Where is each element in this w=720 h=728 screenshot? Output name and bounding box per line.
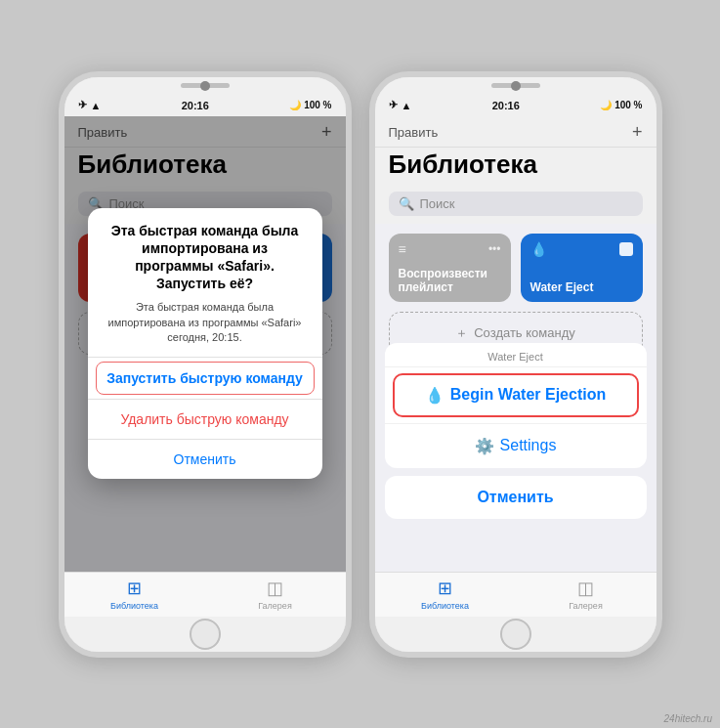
watermark: 24hitech.ru [664, 713, 712, 724]
alert-message-1: Эта быстрая команда была импортирована и… [88, 296, 322, 357]
shortcut-card-water-2[interactable]: 💧 Water Eject [521, 234, 643, 302]
alert-delete-button[interactable]: Удалить быструю команду [88, 400, 322, 439]
airplane-icon: ✈ [78, 99, 87, 111]
shortcut-title-water-2: Water Eject [530, 280, 633, 294]
moon-icon: 🌙 [289, 100, 301, 110]
phone-2: ✈ ▲ 20:16 🌙 100 % Править + Библиотека 🔍… [369, 71, 662, 658]
phone-2-top [375, 77, 656, 95]
edit-label-2[interactable]: Править [389, 125, 439, 140]
status-right-1: 🌙 100 % [289, 100, 331, 110]
page-title-2: Библиотека [375, 148, 656, 188]
phone-bottom-2 [375, 617, 656, 652]
tab-gallery-2[interactable]: ◫ Галерея [516, 578, 656, 611]
tab-label-library-2: Библиотека [421, 601, 469, 611]
search-bar-2: 🔍 Поиск [375, 188, 656, 224]
action-group-title: Water Eject [385, 343, 647, 367]
search-input-2[interactable]: 🔍 Поиск [389, 192, 643, 216]
status-left-1: ✈ ▲ [78, 99, 102, 111]
tab-library-2[interactable]: ⊞ Библиотека [375, 578, 516, 611]
status-time-2: 20:16 [492, 100, 520, 111]
tab-bar-2: ⊞ Библиотека ◫ Галерея [375, 572, 656, 617]
phone-1: ✈ ▲ 20:16 🌙 100 % Править + Библиотека 🔍… [59, 71, 352, 658]
alert-run-button[interactable]: Запустить быструю команду [96, 362, 315, 395]
gallery-icon-1: ◫ [267, 578, 283, 599]
tab-label-gallery-1: Галерея [258, 601, 292, 611]
status-bar-1: ✈ ▲ 20:16 🌙 100 % [64, 95, 346, 116]
screen-1: Править + Библиотека 🔍 Поиск ≡ ••• Воспр… [64, 116, 346, 572]
moon-icon-2: 🌙 [600, 100, 612, 110]
alert-cancel-button-1[interactable]: Отменить [88, 439, 322, 479]
tab-gallery-1[interactable]: ◫ Галерея [205, 578, 346, 611]
tab-library-1[interactable]: ⊞ Библиотека [64, 578, 205, 611]
settings-button[interactable]: ⚙️ Settings [385, 423, 647, 468]
search-icon-2: 🔍 [399, 196, 414, 211]
water-drop-icon: 💧 [425, 386, 445, 405]
library-icon-2: ⊞ [438, 578, 452, 599]
battery-1: 100 % [304, 100, 331, 110]
status-right-2: 🌙 100 % [600, 100, 642, 110]
shortcut-card-playlist-2[interactable]: ≡ ••• Воспроизвести плейлист [389, 234, 511, 302]
tab-label-library-1: Библиотека [110, 601, 158, 611]
phone-bottom-1 [64, 617, 346, 652]
alert-title-1: Эта быстрая команда была импортирована и… [88, 208, 322, 297]
home-button-2[interactable] [500, 619, 531, 650]
begin-water-ejection-button[interactable]: 💧 Begin Water Ejection [393, 373, 639, 417]
status-time-1: 20:16 [182, 100, 209, 111]
action-cancel-button[interactable]: Отменить [385, 476, 647, 519]
alert-overlay-1: Эта быстрая команда была импортирована и… [64, 116, 346, 572]
shortcut-title-playlist-2: Воспроизвести плейлист [399, 267, 501, 294]
screen-2: Править + Библиотека 🔍 Поиск ≡ ••• Воспр… [375, 116, 656, 572]
gear-icon: ⚙️ [475, 437, 494, 455]
stop-icon [619, 242, 633, 256]
wifi-icon: ▲ [91, 100, 102, 111]
wifi-icon-2: ▲ [402, 100, 412, 111]
list-icon-2: ≡ [399, 241, 406, 257]
tab-label-gallery-2: Галерея [569, 601, 603, 611]
water-icon-2: 💧 [530, 241, 547, 257]
navbar-2: Править + [375, 116, 656, 148]
airplane-icon-2: ✈ [389, 99, 398, 111]
battery-2: 100 % [614, 100, 642, 110]
gallery-icon-2: ◫ [577, 578, 594, 599]
camera-lens [200, 81, 210, 91]
action-sheet-2: Water Eject 💧 Begin Water Ejection ⚙️ Se… [375, 335, 656, 527]
phone-1-top [64, 77, 346, 95]
home-button-1[interactable] [190, 619, 221, 650]
library-icon-1: ⊞ [127, 578, 142, 599]
camera-lens-2 [511, 81, 521, 91]
alert-box-1: Эта быстрая команда была импортирована и… [88, 208, 322, 480]
search-placeholder-2: Поиск [420, 196, 455, 211]
status-left-2: ✈ ▲ [389, 99, 412, 111]
tab-bar-1: ⊞ Библиотека ◫ Галерея [64, 572, 346, 617]
shortcuts-grid-2: ≡ ••• Воспроизвести плейлист 💧 Water Eje… [375, 224, 656, 312]
status-bar-2: ✈ ▲ 20:16 🌙 100 % [375, 95, 656, 116]
action-group-main: Water Eject 💧 Begin Water Ejection ⚙️ Se… [385, 343, 647, 468]
more-dots-3[interactable]: ••• [488, 242, 501, 256]
plus-button-2[interactable]: + [632, 122, 643, 143]
